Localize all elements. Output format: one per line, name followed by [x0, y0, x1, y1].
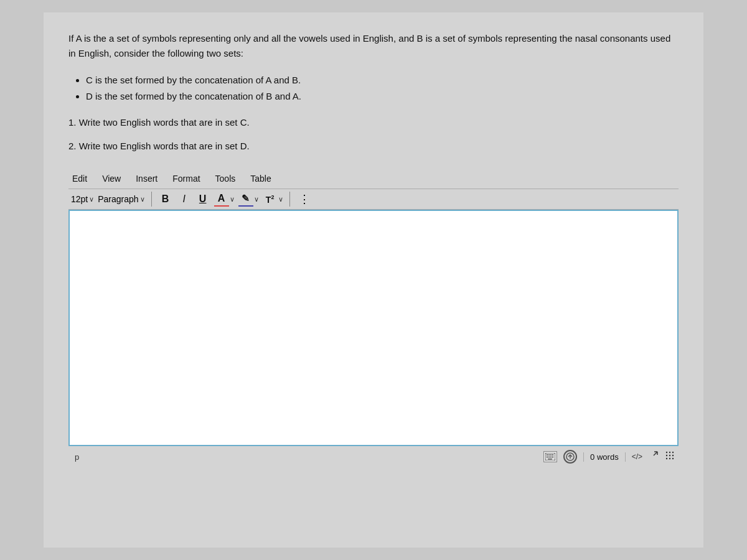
menu-tools[interactable]: Tools	[214, 172, 237, 185]
bold-button[interactable]: B	[158, 192, 173, 206]
svg-point-22	[669, 458, 670, 459]
toolbar-divider-2	[289, 192, 290, 207]
superscript-button[interactable]: T2	[263, 193, 278, 206]
italic-button[interactable]: I	[177, 192, 192, 206]
svg-point-23	[672, 458, 674, 459]
highlight-button[interactable]: ✎	[238, 192, 253, 207]
toolbar: 12pt ∨ Paragraph ∨ B I U A ∨ ✎ ∨ T2 ∨	[68, 189, 679, 210]
question-2: 2. Write two English words that are in s…	[68, 139, 679, 154]
svg-point-17	[672, 452, 674, 453]
svg-rect-5	[547, 457, 548, 458]
word-count: 0 words	[583, 452, 626, 462]
status-bar: p	[68, 446, 679, 465]
menu-table[interactable]: Table	[249, 172, 272, 185]
font-color-button[interactable]: A	[214, 192, 229, 207]
paragraph-select[interactable]: Paragraph ∨	[98, 194, 144, 204]
svg-point-19	[669, 455, 670, 456]
menu-bar: Edit View Insert Format Tools Table	[68, 169, 679, 189]
menu-insert[interactable]: Insert	[134, 172, 159, 185]
svg-rect-1	[547, 454, 548, 455]
menu-view[interactable]: View	[101, 172, 122, 185]
svg-rect-6	[548, 457, 550, 458]
svg-rect-7	[550, 457, 552, 458]
svg-rect-2	[548, 454, 550, 455]
bullet-list: C is the set formed by the concatenation…	[68, 72, 679, 104]
more-button[interactable]: ⋮	[296, 192, 313, 206]
font-color-chevron[interactable]: ∨	[230, 195, 235, 203]
svg-point-18	[666, 455, 667, 456]
svg-point-20	[672, 455, 674, 456]
svg-point-15	[666, 452, 667, 453]
font-color-group: A ∨	[214, 192, 235, 207]
page-container: If A is the a set of symbols representin…	[44, 12, 703, 548]
intro-text: If A is the a set of symbols representin…	[68, 31, 679, 61]
svg-rect-4	[552, 454, 553, 455]
svg-line-14	[654, 452, 657, 455]
code-view-button[interactable]: </>	[632, 452, 642, 461]
font-size-select[interactable]: 12pt ∨	[71, 194, 94, 204]
svg-rect-8	[552, 457, 553, 458]
upload-icon[interactable]	[563, 450, 577, 464]
superscript-chevron[interactable]: ∨	[278, 195, 283, 203]
underline-button[interactable]: U	[195, 192, 210, 206]
svg-point-16	[669, 452, 670, 453]
font-size-chevron: ∨	[89, 195, 94, 203]
svg-rect-9	[548, 459, 552, 460]
svg-rect-3	[550, 454, 552, 455]
toolbar-divider-1	[151, 192, 152, 207]
menu-edit[interactable]: Edit	[71, 172, 88, 185]
paragraph-indicator: p	[72, 452, 79, 462]
font-size-label: 12pt	[71, 194, 88, 204]
superscript-group: T2 ∨	[263, 193, 283, 206]
paragraph-chevron: ∨	[140, 195, 145, 203]
grid-button[interactable]	[665, 450, 675, 463]
menu-format[interactable]: Format	[171, 172, 201, 185]
question-1: 1. Write two English words that are in s…	[68, 115, 679, 130]
svg-point-21	[666, 458, 667, 459]
keyboard-icon[interactable]	[543, 451, 557, 462]
bullet-item-d: D is the set formed by the concatenation…	[86, 88, 679, 105]
highlight-chevron[interactable]: ∨	[254, 195, 259, 203]
highlight-group: ✎ ∨	[238, 192, 259, 207]
expand-button[interactable]	[649, 450, 659, 463]
bullet-item-c: C is the set formed by the concatenation…	[86, 72, 679, 88]
editor-area[interactable]	[68, 210, 679, 446]
paragraph-label: Paragraph	[98, 194, 138, 204]
editor-wrapper: Edit View Insert Format Tools Table 12pt…	[68, 169, 679, 465]
